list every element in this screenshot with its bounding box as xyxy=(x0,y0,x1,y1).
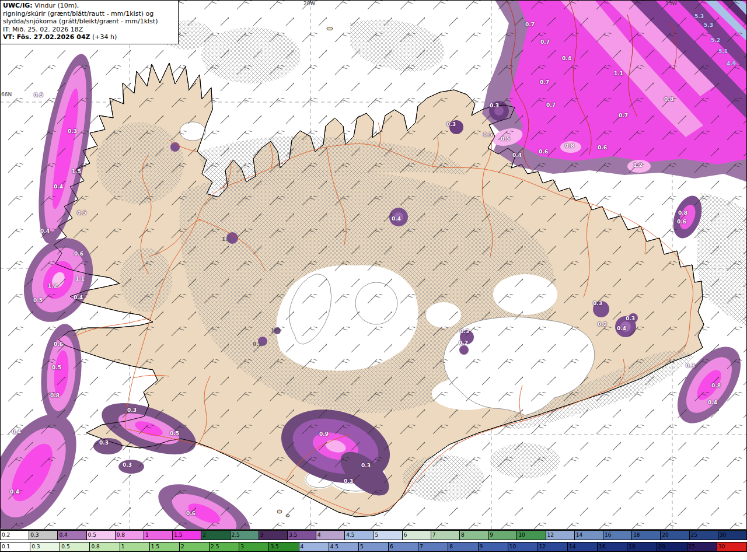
info-line-title: UWC/IG: Vindur (10m), xyxy=(3,2,174,10)
legend-cell: 7 xyxy=(431,531,460,540)
legend-cell: 16 xyxy=(598,542,627,551)
legend-cell: 10 xyxy=(508,542,538,551)
iceland-weather-map xyxy=(0,0,747,530)
info-line-snow: slydda/snjókoma (grátt/bleikt/grænt - mm… xyxy=(3,18,174,26)
legend-cell: 30 xyxy=(717,542,746,551)
legend-cell: 1 xyxy=(120,542,150,551)
legend-cell: 6 xyxy=(403,531,431,540)
legend-cell: 2 xyxy=(201,531,230,540)
legend-cell: 8 xyxy=(460,531,488,540)
legend-cell: 20 xyxy=(661,531,689,540)
wind-barbs-layer xyxy=(0,0,747,530)
legend-cell: 5 xyxy=(359,542,389,551)
legend-cell: 0.5 xyxy=(87,531,116,540)
legend-cell: 1.5 xyxy=(150,542,180,551)
init-time: IT: Mið. 25. 02. 2026 18Z xyxy=(3,26,174,34)
legend-cell: 2 xyxy=(180,542,210,551)
legend-cell: 30 xyxy=(718,531,746,540)
legend-cell: 0.3 xyxy=(29,531,58,540)
legend-cell: 2.5 xyxy=(231,531,259,540)
legend-cell: 12 xyxy=(538,542,568,551)
info-line-rain: rigning/skúrir (grænt/blátt/rautt - mm/1… xyxy=(3,10,174,18)
valid-time: VT: Fös. 27.02.2026 04Z (+34 h) xyxy=(3,33,174,41)
legend-cell: 14 xyxy=(568,542,598,551)
legend-cell: 18 xyxy=(627,542,657,551)
legend-cell: 1.5 xyxy=(173,531,201,540)
legend-rain-scale: 0.10.30.50.811.522.533.544.5567891012141… xyxy=(0,542,747,552)
legend-cell: 3 xyxy=(259,531,288,540)
legend-sleet-snow-scale: 0.20.30.40.50.811.522.533.544.5567891012… xyxy=(0,530,747,540)
legend-cell: 0.2 xyxy=(1,531,29,540)
map-area: 0.70.70.40.71.10.70.80.75.35.35.25.14.91… xyxy=(0,0,747,530)
legend-cell: 25 xyxy=(687,542,717,551)
legend-cell: 25 xyxy=(690,531,718,540)
legend-cell: 9 xyxy=(488,531,517,540)
legend-cell: 4 xyxy=(316,531,345,540)
legend-cell: 4 xyxy=(299,542,329,551)
legend-cell: 16 xyxy=(603,531,632,540)
legend-cell: 4.5 xyxy=(345,531,374,540)
legend-cell: 12 xyxy=(546,531,575,540)
legend-cell: 0.3 xyxy=(30,542,60,551)
legend-cell: 0.8 xyxy=(116,531,144,540)
legend-cell: 0.1 xyxy=(1,542,30,551)
forecast-info-box: UWC/IG: Vindur (10m), rigning/skúrir (gr… xyxy=(0,0,179,44)
legend-cell: 10 xyxy=(517,531,546,540)
legend-cell: 3.5 xyxy=(288,531,316,540)
legend-cell: 18 xyxy=(632,531,661,540)
legend-cell: 0.5 xyxy=(60,542,90,551)
legend-cell: 5 xyxy=(374,531,402,540)
precipitation-legend: 0.20.30.40.50.811.522.533.544.5567891012… xyxy=(0,530,747,554)
legend-cell: 2.5 xyxy=(210,542,239,551)
legend-cell: 0.8 xyxy=(90,542,120,551)
legend-cell: 1 xyxy=(144,531,173,540)
legend-cell: 3.5 xyxy=(269,542,299,551)
legend-cell: 3 xyxy=(239,542,269,551)
legend-cell: 14 xyxy=(575,531,603,540)
legend-cell: 0.4 xyxy=(58,531,86,540)
legend-cell: 6 xyxy=(389,542,418,551)
legend-cell: 9 xyxy=(479,542,508,551)
legend-cell: 8 xyxy=(448,542,478,551)
legend-cell: 20 xyxy=(657,542,687,551)
model-name: UWC/IG: xyxy=(3,2,33,9)
legend-cell: 7 xyxy=(418,542,448,551)
weather-forecast-map-app: 0.70.70.40.71.10.70.80.75.35.35.25.14.91… xyxy=(0,0,747,560)
legend-cell: 4.5 xyxy=(329,542,359,551)
